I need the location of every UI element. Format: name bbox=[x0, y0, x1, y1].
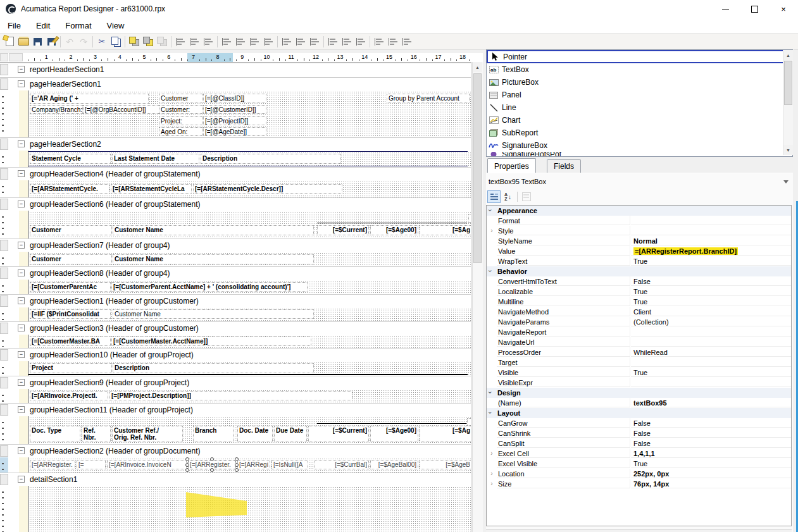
property-row-wraptext[interactable]: WrapTextTrue bbox=[487, 256, 791, 266]
report-textbox[interactable]: Customer Name bbox=[113, 254, 314, 264]
toolbox-item-pointer[interactable]: Pointer bbox=[487, 50, 792, 63]
vert-spacing-equal-icon[interactable] bbox=[372, 35, 386, 48]
property-value[interactable]: False bbox=[631, 418, 791, 428]
report-textbox[interactable]: Customer bbox=[30, 254, 112, 264]
section-select-box[interactable] bbox=[0, 168, 8, 180]
property-value[interactable]: False bbox=[631, 438, 791, 448]
report-textbox[interactable]: Customer Name bbox=[113, 309, 314, 319]
row-expander[interactable]: › bbox=[487, 469, 497, 479]
toolbox-item-chart[interactable]: Chart bbox=[487, 114, 792, 127]
toolbox-item-picturebox[interactable]: PictureBox bbox=[487, 76, 792, 89]
section-header-reportHeaderSection1[interactable]: −reportHeaderSection1 bbox=[0, 63, 471, 76]
object-selector-combo[interactable]: textBox95 TextBox bbox=[486, 176, 793, 188]
report-textbox[interactable] bbox=[468, 214, 471, 223]
property-value[interactable]: True bbox=[631, 368, 791, 377]
open-icon[interactable] bbox=[16, 35, 30, 48]
report-textbox[interactable]: [=$Ag bbox=[420, 225, 471, 235]
property-value[interactable]: True bbox=[631, 297, 791, 306]
band-canvas[interactable]: CustomerCustomer Name[=$Current][=$Age00… bbox=[28, 211, 471, 238]
property-row-processorder[interactable]: ProcessOrderWhileRead bbox=[487, 347, 791, 357]
menu-view[interactable]: View bbox=[99, 19, 132, 32]
report-textbox[interactable]: [=[ARStatementCycle.Descr]] bbox=[193, 184, 342, 194]
report-textbox[interactable]: Due Date bbox=[274, 426, 307, 442]
report-textbox[interactable]: [=[@CustomerID]] bbox=[203, 105, 266, 114]
section-select-box[interactable] bbox=[0, 64, 8, 75]
property-row-navigatemethod[interactable]: NavigateMethodClient bbox=[487, 307, 791, 317]
section-header-groupHeaderSection9[interactable]: −groupHeaderSection9 (Header of groupPro… bbox=[0, 376, 471, 389]
property-value[interactable] bbox=[631, 226, 791, 235]
selection-handle[interactable] bbox=[185, 463, 189, 467]
report-textbox[interactable]: Branch bbox=[193, 426, 234, 442]
horiz-spacing-decrease-icon[interactable] bbox=[354, 35, 368, 48]
collapse-icon[interactable]: − bbox=[18, 351, 25, 358]
section-select-box[interactable] bbox=[0, 78, 8, 90]
property-value[interactable]: 252px, 0px bbox=[631, 469, 791, 478]
close-button[interactable]: × bbox=[769, 0, 798, 18]
report-textbox[interactable]: [=[ARStatementCycle. bbox=[30, 184, 109, 194]
property-value[interactable]: 76px, 14px bbox=[631, 479, 791, 488]
property-value[interactable] bbox=[631, 357, 791, 367]
property-value[interactable]: Normal bbox=[631, 236, 791, 245]
property-row-style[interactable]: ›Style bbox=[487, 226, 791, 236]
toolbox-item-textbox[interactable]: abTextBox bbox=[487, 63, 792, 76]
maximize-button[interactable] bbox=[740, 0, 769, 18]
section-header-groupHeaderSection11[interactable]: −groupHeaderSection11 (Header of groupPr… bbox=[0, 403, 471, 416]
collapse-icon[interactable]: − bbox=[18, 140, 25, 147]
horiz-spacing-equal-icon[interactable] bbox=[326, 35, 340, 48]
menu-edit[interactable]: Edit bbox=[28, 19, 58, 32]
property-value[interactable]: =[ARRegisterReport.BranchID] bbox=[631, 246, 791, 256]
align-rights-icon[interactable] bbox=[201, 35, 215, 48]
band-canvas[interactable]: CustomerCustomer Name bbox=[28, 252, 471, 266]
report-textbox[interactable]: [=[ARRegister. bbox=[30, 460, 75, 469]
property-value[interactable] bbox=[631, 327, 791, 337]
save-as-icon[interactable] bbox=[44, 35, 58, 48]
band-canvas[interactable]: Doc. TypeRef. Nbr.Customer Ref./ Orig. R… bbox=[28, 416, 471, 444]
tab-properties[interactable]: Properties bbox=[487, 158, 536, 173]
align-tops-icon[interactable] bbox=[220, 35, 234, 48]
report-textbox[interactable]: [=[ARRegi bbox=[237, 460, 270, 469]
property-value[interactable] bbox=[631, 337, 791, 347]
save-icon[interactable] bbox=[30, 35, 44, 48]
property-row-converthtmltotext[interactable]: ConvertHtmlToTextFalse bbox=[487, 276, 791, 287]
section-select-box[interactable] bbox=[0, 474, 8, 485]
collapse-icon[interactable]: − bbox=[18, 447, 25, 454]
property-row-cangrow[interactable]: CanGrowFalse bbox=[487, 418, 791, 428]
property-pages-button[interactable] bbox=[520, 190, 533, 203]
scroll-thumb[interactable] bbox=[784, 61, 792, 105]
copy-icon[interactable] bbox=[109, 35, 123, 48]
property-category-layout[interactable]: ›Layout bbox=[487, 408, 791, 418]
toolbox-item-line[interactable]: Line bbox=[487, 101, 792, 114]
property-row-visible[interactable]: VisibleTrue bbox=[487, 368, 791, 378]
collapse-icon[interactable]: − bbox=[18, 406, 25, 413]
report-textbox[interactable]: [='AR Aging (' + bbox=[30, 94, 149, 104]
report-textbox[interactable]: Ref. Nbr. bbox=[82, 426, 111, 442]
selection-handle[interactable] bbox=[235, 463, 239, 467]
report-textbox[interactable]: [=[ARReg bbox=[77, 460, 106, 469]
band-canvas[interactable]: [=IIF ($PrintConsolidatCustomer Name bbox=[28, 307, 471, 321]
tab-fields[interactable]: Fields bbox=[547, 159, 581, 173]
property-value[interactable] bbox=[631, 378, 791, 387]
report-textbox[interactable]: [=[@ProjectID]] bbox=[203, 116, 266, 125]
section-header-detailSection1[interactable]: −detailSection1 bbox=[0, 473, 471, 486]
align-lefts-icon[interactable] bbox=[173, 35, 187, 48]
section-select-box[interactable] bbox=[0, 139, 8, 150]
report-textbox[interactable]: Group by Parent Account bbox=[387, 94, 470, 102]
report-textbox[interactable]: [=$CurrBal] bbox=[315, 460, 369, 469]
alphabetical-sort-button[interactable]: AZ↓ bbox=[501, 190, 514, 203]
vert-spacing-increase-icon[interactable] bbox=[386, 35, 400, 48]
report-textbox[interactable]: Customer Class: bbox=[159, 94, 203, 102]
section-select-box[interactable] bbox=[0, 268, 8, 279]
report-textbox[interactable]: Project bbox=[30, 363, 112, 373]
section-header-pageHeaderSection1[interactable]: −pageHeaderSection1 bbox=[0, 77, 471, 90]
band-canvas[interactable]: ProjectDescription bbox=[28, 361, 471, 376]
property-category-appearance[interactable]: ›Appearance bbox=[487, 206, 791, 216]
report-textbox[interactable]: Last Statement Date bbox=[112, 154, 199, 164]
section-select-box[interactable] bbox=[0, 404, 8, 416]
report-textbox[interactable]: [=$Current] bbox=[317, 225, 369, 235]
scroll-up-button[interactable]: ▲ bbox=[783, 50, 793, 60]
section-select-box[interactable] bbox=[0, 295, 8, 307]
section-header-groupHeaderSection8[interactable]: −groupHeaderSection8 (Header of group4) bbox=[0, 266, 471, 280]
selection-handle[interactable] bbox=[210, 457, 214, 461]
make-same-width-icon[interactable] bbox=[280, 35, 294, 48]
selection-handle[interactable] bbox=[235, 468, 239, 472]
